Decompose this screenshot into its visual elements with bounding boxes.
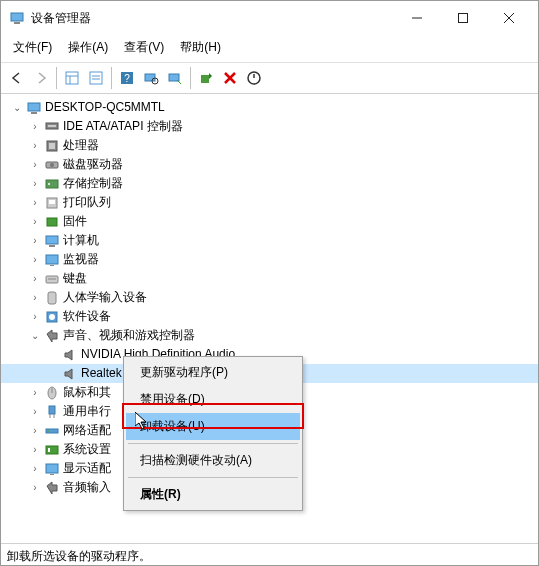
tree-root[interactable]: ⌄ DESKTOP-QC5MMTL bbox=[1, 98, 538, 117]
device-category-icon bbox=[43, 214, 61, 230]
tree-item[interactable]: ›IDE ATA/ATAPI 控制器 bbox=[1, 117, 538, 136]
expander-icon[interactable]: › bbox=[27, 402, 43, 421]
expander-icon[interactable]: › bbox=[27, 440, 43, 459]
properties-button[interactable] bbox=[84, 66, 108, 90]
tree-item[interactable]: ›软件设备 bbox=[1, 307, 538, 326]
expander-icon[interactable]: › bbox=[27, 136, 43, 155]
expander-icon[interactable]: › bbox=[27, 231, 43, 250]
disable-button[interactable] bbox=[242, 66, 266, 90]
svg-rect-17 bbox=[201, 75, 209, 83]
forward-button[interactable] bbox=[29, 66, 53, 90]
tree-item[interactable]: ›磁盘驱动器 bbox=[1, 155, 538, 174]
tree-item[interactable]: ›存储控制器 bbox=[1, 174, 538, 193]
expander-icon[interactable]: › bbox=[27, 307, 43, 326]
svg-text:?: ? bbox=[124, 73, 130, 84]
tree-item-label: 网络适配 bbox=[61, 421, 111, 440]
tree-item-label: 人体学输入设备 bbox=[61, 288, 147, 307]
svg-rect-1 bbox=[14, 22, 20, 24]
cm-properties[interactable]: 属性(R) bbox=[126, 481, 300, 508]
tree-item-label: 键盘 bbox=[61, 269, 87, 288]
expander-icon[interactable]: › bbox=[27, 459, 43, 478]
menu-view[interactable]: 查看(V) bbox=[116, 35, 172, 60]
expander-icon[interactable]: › bbox=[27, 117, 43, 136]
tree-item-label: IDE ATA/ATAPI 控制器 bbox=[61, 117, 183, 136]
svg-rect-6 bbox=[66, 72, 78, 84]
speaker-icon bbox=[61, 366, 79, 382]
svg-rect-0 bbox=[11, 13, 23, 21]
device-category-icon bbox=[43, 461, 61, 477]
window-controls bbox=[394, 6, 532, 30]
titlebar: 设备管理器 bbox=[1, 1, 538, 33]
device-category-icon bbox=[43, 290, 61, 306]
svg-rect-50 bbox=[46, 464, 58, 473]
tree-item[interactable]: ›监视器 bbox=[1, 250, 538, 269]
cm-scan[interactable]: 扫描检测硬件改动(A) bbox=[126, 447, 300, 474]
scan-button[interactable] bbox=[139, 66, 163, 90]
tree-item[interactable]: ›打印队列 bbox=[1, 193, 538, 212]
device-category-icon bbox=[43, 404, 61, 420]
device-tree[interactable]: ⌄ DESKTOP-QC5MMTL ›IDE ATA/ATAPI 控制器›处理器… bbox=[1, 94, 538, 543]
minimize-button[interactable] bbox=[394, 6, 440, 30]
svg-rect-19 bbox=[28, 103, 40, 111]
expander-icon[interactable]: › bbox=[27, 288, 43, 307]
device-category-icon bbox=[43, 442, 61, 458]
help-button[interactable]: ? bbox=[115, 66, 139, 90]
svg-rect-3 bbox=[459, 14, 468, 23]
expander-icon[interactable]: › bbox=[27, 174, 43, 193]
tree-item-label: 声音、视频和游戏控制器 bbox=[61, 326, 195, 345]
menu-action[interactable]: 操作(A) bbox=[60, 35, 116, 60]
device-category-icon bbox=[43, 423, 61, 439]
menu-file[interactable]: 文件(F) bbox=[5, 35, 60, 60]
expander-icon[interactable]: › bbox=[27, 212, 43, 231]
back-button[interactable] bbox=[5, 66, 29, 90]
svg-rect-48 bbox=[46, 446, 58, 454]
close-button[interactable] bbox=[486, 6, 532, 30]
uninstall-button[interactable] bbox=[218, 66, 242, 90]
show-hide-button[interactable] bbox=[60, 66, 84, 90]
tree-item-label: 鼠标和其 bbox=[61, 383, 111, 402]
tree-item-label: 计算机 bbox=[61, 231, 99, 250]
maximize-button[interactable] bbox=[440, 6, 486, 30]
enable-button[interactable] bbox=[194, 66, 218, 90]
tree-item[interactable]: ⌄声音、视频和游戏控制器 bbox=[1, 326, 538, 345]
tree-item-label: 打印队列 bbox=[61, 193, 111, 212]
menu-help[interactable]: 帮助(H) bbox=[172, 35, 229, 60]
tree-item[interactable]: ›人体学输入设备 bbox=[1, 288, 538, 307]
svg-rect-34 bbox=[46, 255, 58, 264]
svg-rect-30 bbox=[49, 200, 55, 204]
device-category-icon bbox=[43, 195, 61, 211]
device-category-icon bbox=[43, 119, 61, 135]
device-category-icon bbox=[43, 233, 61, 249]
tree-item[interactable]: ›处理器 bbox=[1, 136, 538, 155]
svg-point-47 bbox=[47, 430, 49, 432]
cm-disable[interactable]: 禁用设备(D) bbox=[126, 386, 300, 413]
svg-rect-31 bbox=[47, 218, 57, 226]
svg-rect-35 bbox=[50, 265, 54, 266]
device-category-icon bbox=[43, 138, 61, 154]
device-category-icon bbox=[43, 480, 61, 496]
expander-icon[interactable]: › bbox=[27, 155, 43, 174]
app-icon bbox=[9, 10, 25, 26]
update-driver-button[interactable] bbox=[163, 66, 187, 90]
tree-item[interactable]: ›键盘 bbox=[1, 269, 538, 288]
tree-root-label: DESKTOP-QC5MMTL bbox=[43, 98, 165, 117]
svg-rect-22 bbox=[48, 125, 56, 127]
computer-icon bbox=[25, 100, 43, 116]
expander-icon[interactable]: › bbox=[27, 478, 43, 497]
tree-item[interactable]: ›固件 bbox=[1, 212, 538, 231]
expander-icon[interactable]: ⌄ bbox=[9, 98, 25, 117]
tree-item[interactable]: ›计算机 bbox=[1, 231, 538, 250]
svg-point-28 bbox=[48, 183, 50, 185]
expander-icon[interactable]: › bbox=[27, 269, 43, 288]
device-category-icon bbox=[43, 176, 61, 192]
expander-icon[interactable]: ⌄ bbox=[27, 326, 43, 345]
device-category-icon bbox=[43, 252, 61, 268]
expander-icon[interactable]: › bbox=[27, 383, 43, 402]
svg-rect-9 bbox=[90, 72, 102, 84]
expander-icon[interactable]: › bbox=[27, 250, 43, 269]
cm-update-driver[interactable]: 更新驱动程序(P) bbox=[126, 359, 300, 386]
expander-icon[interactable]: › bbox=[27, 421, 43, 440]
cm-uninstall[interactable]: 卸载设备(U) bbox=[126, 413, 300, 440]
device-category-icon bbox=[43, 271, 61, 287]
expander-icon[interactable]: › bbox=[27, 193, 43, 212]
